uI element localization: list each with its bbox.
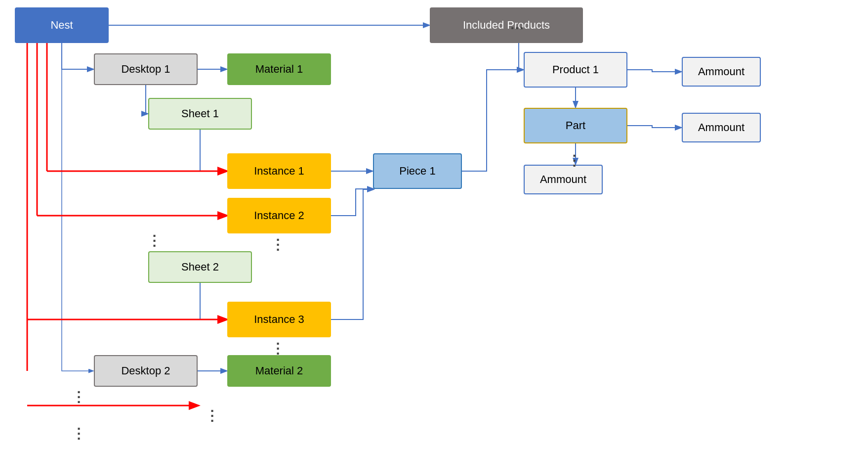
sheet2-node: Sheet 2 — [148, 251, 252, 283]
dots-red-bottom: ⋮ — [205, 408, 219, 424]
dots-instance3: ⋮ — [271, 340, 285, 357]
material1-label: Material 1 — [255, 63, 303, 76]
nest-node: Nest — [15, 7, 109, 43]
diagram: Nest Included Products Desktop 1 Materia… — [0, 0, 868, 454]
product1-label: Product 1 — [552, 63, 599, 76]
material2-node: Material 2 — [227, 355, 331, 387]
sheet1-label: Sheet 1 — [181, 107, 219, 120]
dots-instances: ⋮ — [271, 236, 285, 253]
piece1-label: Piece 1 — [399, 165, 435, 178]
amount1-node: Ammount — [682, 57, 761, 87]
dots-sheets: ⋮ — [147, 232, 161, 249]
dots-included: ⋯ — [510, 20, 524, 36]
nest-label: Nest — [50, 19, 73, 32]
amount1-label: Ammount — [698, 65, 744, 78]
product1-node: Product 1 — [524, 52, 627, 88]
material2-label: Material 2 — [255, 364, 303, 377]
desktop2-label: Desktop 2 — [121, 364, 170, 377]
sheet2-label: Sheet 2 — [181, 261, 219, 273]
part-node: Part — [524, 108, 627, 143]
sheet1-node: Sheet 1 — [148, 98, 252, 130]
desktop1-label: Desktop 1 — [121, 63, 170, 76]
amount3-node: Ammount — [524, 165, 603, 194]
instance2-label: Instance 2 — [254, 209, 304, 222]
instance1-node: Instance 1 — [227, 153, 331, 189]
instance3-label: Instance 3 — [254, 313, 304, 326]
amount2-label: Ammount — [698, 121, 744, 134]
part-label: Part — [566, 119, 585, 132]
amount3-label: Ammount — [540, 173, 586, 186]
included-products-node: Included Products — [430, 7, 583, 43]
desktop2-node: Desktop 2 — [94, 355, 198, 387]
dots-bottom: ⋮ — [72, 425, 85, 442]
instance3-node: Instance 3 — [227, 302, 331, 337]
desktop1-node: Desktop 1 — [94, 53, 198, 85]
included-products-label: Included Products — [463, 19, 550, 32]
piece1-node: Piece 1 — [373, 153, 462, 189]
dots-desktop2: ⋮ — [72, 389, 85, 405]
instance1-label: Instance 1 — [254, 165, 304, 178]
dots-part: ⋮ — [567, 152, 581, 169]
amount2-node: Ammount — [682, 113, 761, 142]
instance2-node: Instance 2 — [227, 198, 331, 233]
material1-node: Material 1 — [227, 53, 331, 85]
